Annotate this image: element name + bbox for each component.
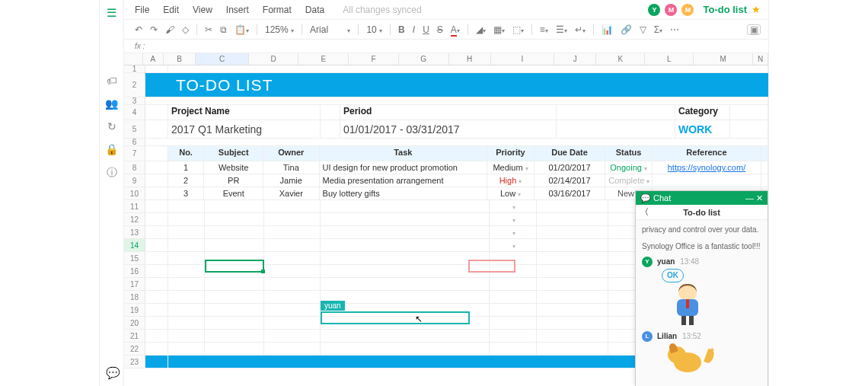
undo-icon[interactable]: ↶ [135, 24, 142, 35]
tag-icon[interactable]: 🏷 [107, 75, 117, 87]
tbl-hdr: Owner [263, 146, 320, 161]
row-num[interactable]: 4 [124, 105, 145, 120]
menubar: File Edit View Insert Format Data All ch… [124, 0, 768, 20]
wrap-icon[interactable]: ↵▾ [575, 24, 586, 35]
lock-icon[interactable]: 🔒 [105, 143, 118, 155]
row-num[interactable]: 10 [124, 187, 145, 199]
col-header[interactable]: L [645, 53, 694, 65]
fill-icon[interactable]: ◢▾ [476, 24, 486, 35]
tbl-hdr: Subject [204, 146, 263, 161]
erase-icon[interactable]: ◇ [182, 24, 189, 35]
col-header[interactable]: H [449, 53, 491, 65]
row-num[interactable]: 5 [124, 120, 145, 138]
expand-icon[interactable]: ▣ [747, 24, 761, 35]
chart-icon[interactable]: 📊 [602, 24, 613, 35]
hamburger-icon[interactable]: ☰ [107, 6, 116, 20]
copy-icon[interactable]: ⧉ [220, 24, 227, 35]
col-header[interactable]: D [249, 53, 299, 65]
chat-header: 💬 Chat — ✕ [636, 191, 767, 205]
col-header[interactable]: F [349, 53, 399, 65]
menu-file[interactable]: File [135, 5, 149, 15]
redo-icon[interactable]: ↷ [150, 24, 158, 35]
strike-icon[interactable]: S [437, 24, 443, 35]
valign-icon[interactable]: ☰▾ [556, 24, 567, 35]
row-num[interactable]: 8 [124, 161, 145, 174]
chat-icon: 💬 [640, 193, 651, 203]
cut-icon[interactable]: ✂ [205, 24, 212, 35]
collab-avatar[interactable]: Y [648, 4, 660, 16]
hdr-project: Project Name [168, 105, 321, 120]
app-frame: ☰ 🏷 👥 ↻ 🔒 ⓘ 💬 File Edit View Insert Form… [99, 0, 769, 386]
col-header[interactable]: A [143, 53, 164, 65]
row-num[interactable]: 6 [124, 139, 145, 145]
fontsize-select[interactable]: 10 ▾ [366, 24, 382, 35]
history-icon[interactable]: ↻ [107, 120, 116, 132]
row-num[interactable]: 7 [124, 146, 145, 161]
hdr-period: Period [340, 105, 557, 120]
menu-insert[interactable]: Insert [226, 5, 249, 15]
col-header[interactable]: E [298, 53, 349, 65]
column-header-row: A B C D E F G H I J K L M N [124, 53, 768, 65]
border-icon[interactable]: ▦▾ [493, 24, 505, 35]
row-num[interactable]: 1 [124, 65, 145, 72]
col-header[interactable]: J [554, 53, 596, 65]
chat-text: privacy and control over your data. [642, 225, 761, 235]
col-header[interactable]: G [399, 53, 449, 65]
active-cell [205, 260, 264, 273]
more-icon[interactable]: ⋯ [670, 24, 679, 35]
share-icon[interactable]: 👥 [105, 97, 118, 110]
row-num[interactable]: 9 [124, 174, 145, 187]
sticker-dog: ✦ [668, 343, 713, 381]
col-header[interactable]: K [596, 53, 645, 65]
star-icon[interactable]: ★ [752, 4, 761, 15]
sigma-icon[interactable]: Σ▾ [654, 24, 662, 35]
collab-selection [321, 311, 470, 324]
menu-view[interactable]: View [193, 5, 212, 15]
col-header[interactable]: C [196, 53, 248, 65]
tbl-hdr: Task [320, 146, 488, 161]
menu-format[interactable]: Format [263, 5, 292, 15]
row-num[interactable]: 2 [124, 73, 145, 97]
formula-bar[interactable]: fx : [124, 40, 768, 53]
menu-edit[interactable]: Edit [163, 5, 179, 15]
font-select[interactable]: Arial ▾ [310, 24, 350, 35]
tbl-hdr: Reference [653, 146, 761, 161]
doc-title[interactable]: To-do list [703, 4, 747, 15]
select-all-cell[interactable] [124, 53, 143, 65]
link-icon[interactable]: 🔗 [621, 24, 632, 35]
col-header[interactable]: I [491, 53, 554, 65]
underline-icon[interactable]: U [423, 24, 429, 35]
chat-minimize-icon[interactable]: — [745, 193, 754, 203]
val-category: WORK [675, 120, 730, 138]
row-num[interactable]: 3 [124, 97, 145, 104]
chat-close-icon[interactable]: ✕ [756, 193, 763, 203]
fx-label: fx [135, 42, 141, 50]
val-project: 2017 Q1 Marketing [168, 120, 321, 138]
merge-icon[interactable]: ⬚▾ [512, 24, 524, 35]
filter-icon[interactable]: ▽ [640, 24, 646, 35]
hdr-category: Category [675, 105, 730, 120]
col-header[interactable]: M [694, 53, 753, 65]
collab-avatar[interactable]: M [665, 4, 677, 16]
ok-bubble: OK [662, 269, 684, 282]
zoom-select[interactable]: 125% ▾ [265, 24, 294, 35]
chat-body[interactable]: privacy and control over your data. Syno… [636, 220, 767, 386]
collab-avatar[interactable]: M [681, 4, 694, 16]
chat-fab-icon[interactable]: 💬 [106, 366, 120, 380]
col-header[interactable]: N [753, 53, 768, 65]
textcolor-icon[interactable]: A▾ [451, 24, 460, 35]
col-header[interactable]: B [164, 53, 196, 65]
tbl-hdr: Priority [487, 146, 535, 161]
chat-header-label: Chat [653, 193, 671, 203]
halign-icon[interactable]: ≡▾ [540, 24, 548, 35]
italic-icon[interactable]: I [413, 24, 415, 35]
bold-icon[interactable]: B [398, 24, 405, 35]
paint-icon[interactable]: 🖌 [165, 24, 174, 35]
info-icon[interactable]: ⓘ [107, 166, 117, 180]
chat-user: yuan [657, 257, 675, 266]
menu-data[interactable]: Data [305, 5, 324, 15]
chat-time: 13:48 [680, 257, 699, 266]
chat-avatar: Y [642, 257, 653, 267]
paste-icon[interactable]: 📋▾ [235, 24, 249, 35]
banner-title: TO-DO LIST [168, 73, 768, 97]
